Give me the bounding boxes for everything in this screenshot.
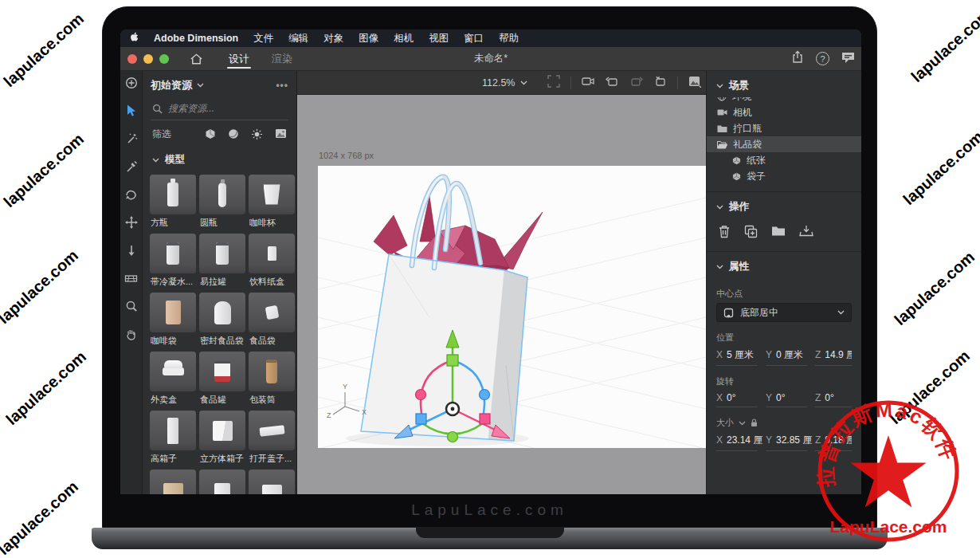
camera-undo-icon[interactable] xyxy=(606,76,619,91)
horizon-tool-icon[interactable] xyxy=(124,271,139,285)
chevron-down-icon[interactable] xyxy=(716,265,723,269)
asset-search[interactable] xyxy=(151,100,288,120)
model-item[interactable]: 食品袋 xyxy=(249,293,295,352)
model-thumbnail[interactable] xyxy=(199,234,245,273)
size-y-field[interactable]: Y32.85 厘 xyxy=(766,434,807,451)
chevron-down-icon[interactable] xyxy=(716,205,723,210)
render-preview-icon[interactable] xyxy=(688,76,701,91)
model-thumbnail[interactable] xyxy=(150,175,196,214)
tab-design[interactable]: 设计 xyxy=(218,47,261,70)
assets-panel-title[interactable]: 初始资源 xyxy=(151,78,192,92)
orbit-camera-icon[interactable] xyxy=(124,187,139,202)
model-item[interactable]: 食品罐 xyxy=(199,352,245,411)
lock-icon[interactable] xyxy=(751,418,758,427)
model-thumbnail[interactable] xyxy=(249,411,295,450)
close-window-button[interactable] xyxy=(127,54,137,64)
duplicate-icon[interactable] xyxy=(744,225,758,241)
minimize-window-button[interactable] xyxy=(143,54,153,64)
filter-lights-icon[interactable] xyxy=(251,128,263,140)
model-item[interactable]: 方瓶 xyxy=(150,175,196,234)
magic-wand-icon[interactable] xyxy=(124,132,139,146)
menu-item[interactable]: 帮助 xyxy=(499,32,519,45)
rotation-x-field[interactable]: X0° xyxy=(716,392,758,407)
model-thumbnail[interactable] xyxy=(249,293,295,332)
group-icon[interactable] xyxy=(771,225,786,241)
size-x-field[interactable]: X23.14 厘 xyxy=(716,434,758,451)
scene-item[interactable]: 袋子 xyxy=(707,168,861,184)
position-z-field[interactable]: Z14.9 厘米 xyxy=(815,348,852,366)
model-thumbnail[interactable] xyxy=(150,352,196,391)
model-thumbnail[interactable] xyxy=(249,234,295,273)
zoom-tool-icon[interactable] xyxy=(124,299,139,313)
model-item[interactable]: 咖啡杯 xyxy=(249,175,295,234)
model-item[interactable]: 包装筒 xyxy=(249,352,295,411)
chevron-down-icon[interactable] xyxy=(716,84,723,88)
add-content-icon[interactable] xyxy=(124,76,139,90)
feedback-icon[interactable] xyxy=(841,51,855,67)
assets-menu-icon[interactable]: ••• xyxy=(276,80,288,91)
chevron-down-icon[interactable] xyxy=(152,158,159,163)
menu-item[interactable]: 文件 xyxy=(253,32,273,45)
model-item[interactable]: 密封食品袋 xyxy=(199,293,245,352)
hand-tool-icon[interactable] xyxy=(124,327,139,341)
select-tool-icon[interactable] xyxy=(124,104,139,118)
share-icon[interactable] xyxy=(791,50,804,67)
menu-item[interactable]: 编辑 xyxy=(288,32,308,45)
tab-render[interactable]: 渲染 xyxy=(261,47,304,70)
canvas-area[interactable]: 1024 x 768 px xyxy=(297,71,706,494)
pivot-select[interactable]: 底部居中 xyxy=(716,303,852,322)
filter-images-icon[interactable] xyxy=(275,128,287,139)
scene-item[interactable]: 相机 xyxy=(707,104,861,120)
model-item[interactable]: 易拉罐 xyxy=(199,234,245,293)
menu-item[interactable]: 窗口 xyxy=(464,32,484,45)
model-thumbnail[interactable] xyxy=(199,411,245,450)
help-icon[interactable]: ? xyxy=(816,52,829,65)
sampler-eyedropper-icon[interactable] xyxy=(124,159,139,174)
model-thumbnail[interactable] xyxy=(150,234,196,273)
model-item[interactable]: 圆瓶 xyxy=(199,175,245,234)
position-x-field[interactable]: X5 厘米 xyxy=(716,348,758,366)
menu-app-name[interactable]: Adobe Dimension xyxy=(154,33,238,44)
apple-logo-icon[interactable] xyxy=(128,31,139,45)
camera-redo-icon[interactable] xyxy=(629,76,643,91)
scene-item[interactable]: 纸张 xyxy=(707,152,861,168)
dolly-camera-icon[interactable] xyxy=(124,243,139,257)
model-item[interactable]: 外卖盒 xyxy=(150,352,196,411)
rotation-y-field[interactable]: Y0° xyxy=(766,392,807,407)
menu-item[interactable]: 图像 xyxy=(359,32,378,45)
zoom-window-button[interactable] xyxy=(159,54,169,64)
camera-bookmark-icon[interactable] xyxy=(582,76,595,90)
model-item[interactable]: 饮料纸盒 xyxy=(249,234,295,293)
position-y-field[interactable]: Y0 厘米 xyxy=(766,348,807,366)
model-thumbnail[interactable] xyxy=(199,352,245,391)
scene-item[interactable]: 拧口瓶 xyxy=(707,120,861,136)
new-camera-bookmark-icon[interactable] xyxy=(653,76,667,91)
model-thumbnail[interactable] xyxy=(199,175,245,214)
pan-camera-icon[interactable] xyxy=(124,215,139,230)
watermark-text: lapulace.com xyxy=(900,128,980,209)
scene-render[interactable]: Y X Z xyxy=(318,166,706,448)
export-icon[interactable] xyxy=(799,225,813,241)
model-thumbnail[interactable] xyxy=(249,175,295,214)
marquee-render-region-icon[interactable] xyxy=(547,75,560,91)
model-thumbnail[interactable] xyxy=(199,293,245,332)
model-item[interactable]: 带冷凝水... xyxy=(150,234,196,293)
scene-item[interactable]: 礼品袋 xyxy=(707,136,861,152)
filter-models-icon[interactable] xyxy=(205,128,216,140)
filter-materials-icon[interactable] xyxy=(228,128,239,140)
models-section-title[interactable]: 模型 xyxy=(165,153,185,167)
scene-item[interactable]: 环境 xyxy=(707,97,861,104)
menu-item[interactable]: 视图 xyxy=(429,32,449,45)
zoom-control[interactable]: 112.5% xyxy=(482,71,527,95)
model-thumbnail[interactable] xyxy=(150,293,196,332)
home-icon[interactable] xyxy=(190,53,203,65)
delete-icon[interactable] xyxy=(718,225,731,241)
chevron-down-icon[interactable] xyxy=(739,421,746,426)
artboard[interactable]: Y X Z xyxy=(318,166,706,448)
menu-item[interactable]: 相机 xyxy=(394,32,414,45)
menu-item[interactable]: 对象 xyxy=(323,32,343,45)
model-thumbnail[interactable] xyxy=(150,411,196,450)
model-item[interactable]: 咖啡袋 xyxy=(150,293,196,352)
search-input[interactable] xyxy=(168,103,272,114)
model-thumbnail[interactable] xyxy=(249,352,295,391)
